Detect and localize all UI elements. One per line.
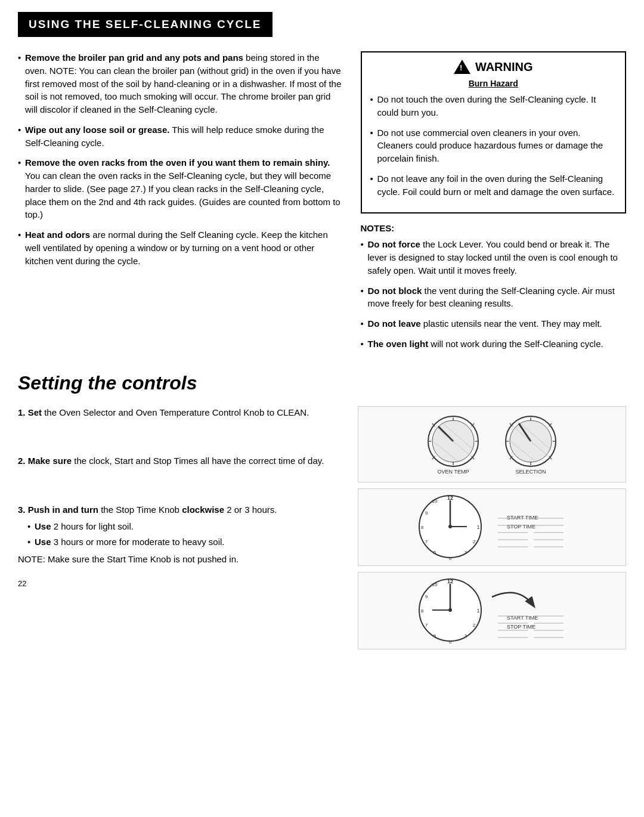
svg-text:START TIME: START TIME — [507, 515, 538, 521]
step-3: 3. Push in and turn the Stop Time Knob c… — [18, 503, 346, 566]
controls-section: Setting the controls 1. Set the Oven Sel… — [18, 372, 626, 649]
svg-text:10: 10 — [432, 582, 438, 587]
warning-bullets: Do not touch the oven during the Self-Cl… — [370, 93, 617, 198]
svg-text:2: 2 — [473, 623, 476, 628]
step-number: 2. — [18, 456, 28, 466]
svg-text:3: 3 — [465, 550, 467, 555]
knob-svg: OVEN TEMP — [414, 411, 569, 477]
svg-text:8: 8 — [421, 608, 424, 614]
svg-text:9: 9 — [425, 594, 428, 599]
page-header: USING THE SELF-CLEANING CYCLE — [18, 12, 273, 37]
sub-text: 3 hours or more for moderate to heavy so… — [54, 537, 225, 547]
svg-text:10: 10 — [432, 499, 438, 504]
svg-text:12: 12 — [447, 495, 453, 501]
note-text: will not work during the Self-Cleaning c… — [431, 339, 603, 349]
svg-text:5: 5 — [434, 633, 436, 639]
page-number: 22 — [18, 579, 26, 588]
step-number: 1. — [18, 407, 28, 417]
warning-triangle-icon — [454, 60, 470, 74]
note-text: plastic utensils near the vent. They may… — [423, 318, 602, 329]
step-1-text: 1. Set the Oven Selector and Oven Temper… — [18, 406, 346, 419]
sub-text: 2 hours for light soil. — [54, 521, 134, 531]
svg-text:OVEN TEMP: OVEN TEMP — [438, 469, 469, 475]
note-bold: The oven light — [368, 339, 429, 349]
note-item: Do not leave plastic utensils near the v… — [361, 317, 627, 330]
bullet-bold: Remove the oven racks from the oven if y… — [25, 157, 330, 168]
svg-text:8: 8 — [421, 525, 424, 530]
note-item: The oven light will not work during the … — [361, 338, 627, 351]
clock-diagram-2: 12 1 2 3 6 5 7 8 10 9 — [358, 572, 626, 649]
list-item: Heat and odors are normal during the Sel… — [18, 228, 343, 267]
controls-layout: 1. Set the Oven Selector and Oven Temper… — [18, 406, 626, 649]
svg-text:SELECTION: SELECTION — [515, 469, 546, 475]
sub-bold: Use — [35, 537, 51, 547]
notes-list: Do not force the Lock Lever. You could b… — [361, 238, 627, 350]
step-rest: the Stop Time Knob clockwise 2 or 3 hour… — [101, 505, 277, 515]
note-bold: Do not block — [368, 286, 422, 296]
warning-label: WARNING — [475, 60, 533, 74]
sub-bullet: Use 2 hours for light soil. — [27, 520, 346, 533]
svg-text:1: 1 — [476, 524, 479, 530]
notes-title: NOTES: — [361, 223, 627, 233]
step-2: 2. Make sure the clock, Start and Stop T… — [18, 454, 346, 468]
bullet-bold: Remove the broiler pan grid and any pots… — [25, 52, 243, 63]
sub-bold: Use — [35, 521, 51, 531]
svg-text:1: 1 — [476, 608, 479, 614]
list-item: Remove the broiler pan grid and any pots… — [18, 51, 343, 116]
step-3-note: NOTE: Make sure the Start Time Knob is n… — [18, 553, 346, 566]
note-item: Do not force the Lock Lever. You could b… — [361, 238, 627, 277]
note-item: Do not block the vent during the Self-Cl… — [361, 284, 627, 311]
step-bold: Push in and turn — [28, 505, 98, 515]
step-1: 1. Set the Oven Selector and Oven Temper… — [18, 406, 346, 419]
step-bold: Make sure — [28, 456, 72, 466]
steps-column: 1. Set the Oven Selector and Oven Temper… — [18, 406, 346, 649]
warning-bullet: Do not use commercial oven cleaners in y… — [370, 126, 617, 165]
main-layout: Remove the broiler pan grid and any pots… — [18, 51, 626, 358]
note-bold: Do not leave — [368, 318, 421, 329]
svg-text:7: 7 — [425, 539, 428, 544]
clock-svg-1: 12 1 2 3 6 5 7 8 10 9 START TIME STOP TI… — [414, 490, 569, 564]
controls-title: Setting the controls — [18, 372, 626, 394]
svg-text:6: 6 — [449, 556, 452, 561]
step-bold: Set — [28, 407, 42, 417]
bullet-bold: Wipe out any loose soil or grease. — [25, 125, 169, 135]
step-number: 3. — [18, 505, 28, 515]
list-item: Wipe out any loose soil or grease. This … — [18, 123, 343, 150]
warning-subtitle: Burn Hazard — [370, 79, 617, 88]
svg-text:STOP TIME: STOP TIME — [507, 624, 535, 630]
preparation-list: Remove the broiler pan grid and any pots… — [18, 51, 343, 267]
clock-diagram-1: 12 1 2 3 6 5 7 8 10 9 START TIME STOP TI… — [358, 488, 626, 566]
note-bold: Do not force — [368, 239, 420, 249]
svg-text:3: 3 — [465, 633, 467, 639]
step-3-text: 3. Push in and turn the Stop Time Knob c… — [18, 503, 346, 516]
svg-text:7: 7 — [425, 623, 428, 628]
knob-diagram: OVEN TEMP — [358, 406, 626, 482]
bullet-bold: Heat and odors — [25, 230, 90, 240]
svg-text:6: 6 — [449, 639, 452, 645]
notes-section: NOTES: Do not force the Lock Lever. You … — [361, 223, 627, 350]
svg-text:2: 2 — [473, 539, 476, 544]
step-2-text: 2. Make sure the clock, Start and Stop T… — [18, 454, 346, 468]
warning-bullet: Do not touch the oven during the Self-Cl… — [370, 93, 617, 119]
svg-text:12: 12 — [447, 578, 453, 584]
page-number-container: 22 — [18, 578, 346, 588]
diagrams-column: OVEN TEMP — [358, 406, 626, 649]
left-column: Remove the broiler pan grid and any pots… — [18, 51, 343, 358]
svg-text:5: 5 — [434, 550, 436, 555]
warning-title: WARNING — [370, 60, 617, 74]
warning-bullet: Do not leave any foil in the oven during… — [370, 172, 617, 199]
header-title: USING THE SELF-CLEANING CYCLE — [29, 18, 262, 30]
warning-box: WARNING Burn Hazard Do not touch the ove… — [361, 51, 627, 213]
step-rest: the Oven Selector and Oven Temperature C… — [44, 407, 309, 417]
right-column: WARNING Burn Hazard Do not touch the ove… — [361, 51, 627, 358]
svg-text:STOP TIME: STOP TIME — [507, 524, 535, 530]
svg-text:9: 9 — [425, 510, 428, 516]
bullet-text: You can clean the oven racks in the Self… — [25, 171, 340, 219]
step-3-subbullets: Use 2 hours for light soil. Use 3 hours … — [18, 520, 346, 549]
clock-svg-2: 12 1 2 3 6 5 7 8 10 9 — [414, 573, 569, 648]
step-rest: the clock, Start and Stop Times all have… — [74, 456, 324, 466]
list-item: Remove the oven racks from the oven if y… — [18, 156, 343, 221]
sub-bullet: Use 3 hours or more for moderate to heav… — [27, 536, 346, 549]
svg-text:START TIME: START TIME — [507, 615, 538, 621]
